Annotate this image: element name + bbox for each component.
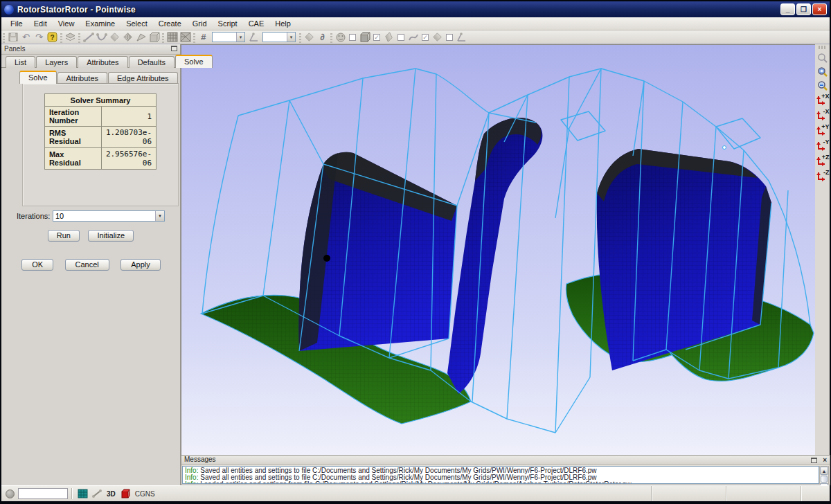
dimension-icon[interactable]: #	[197, 31, 210, 43]
subtab-edge-attributes[interactable]: Edge Attributes	[108, 72, 178, 84]
help-icon[interactable]: ?	[46, 31, 59, 43]
angle-icon[interactable]	[247, 31, 260, 43]
save-icon[interactable]	[6, 31, 19, 43]
solve-initialize-icon[interactable]	[303, 31, 316, 43]
float-messages-icon[interactable]	[811, 458, 817, 463]
hide-connectors-icon[interactable]	[406, 31, 420, 43]
toolbar-grip[interactable]	[819, 46, 827, 49]
hide-database-checkbox[interactable]	[349, 34, 356, 41]
zoom-extents-icon[interactable]	[816, 79, 829, 93]
connector-mode-icon	[92, 489, 102, 498]
dimension-mode-badge: 3D	[107, 490, 116, 498]
close-button[interactable]: ×	[812, 3, 827, 15]
menu-examine[interactable]: Examine	[80, 18, 120, 29]
view-plus-x-button[interactable]: +X	[816, 93, 830, 108]
menu-script[interactable]: Script	[213, 18, 242, 29]
menu-edit[interactable]: Edit	[29, 18, 52, 29]
hide-database-icon[interactable]	[334, 31, 347, 43]
structured-grid-icon[interactable]	[166, 31, 179, 43]
dimension-combo[interactable]: ▾	[212, 32, 245, 42]
create-domain-icon[interactable]	[121, 31, 134, 43]
redo-icon[interactable]: ↷	[33, 31, 46, 43]
hide-domains-icon[interactable]	[382, 31, 395, 43]
view-toolbar: +X -X +Y -Y +Z -Z	[815, 44, 830, 456]
view-plus-z-button[interactable]: +Z	[816, 154, 830, 169]
row-value: 2.956576e-06	[101, 148, 156, 170]
message-log[interactable]: Info: Saved all entities and settings to…	[182, 466, 819, 484]
apply-button[interactable]: Apply	[120, 259, 161, 271]
create-extrude-icon[interactable]	[134, 31, 148, 43]
subtab-solve[interactable]: Solve	[19, 71, 57, 84]
float-panel-icon[interactable]	[171, 46, 177, 51]
tab-layers[interactable]: Layers	[36, 56, 77, 68]
chevron-down-icon[interactable]: ▾	[287, 33, 295, 42]
run-button[interactable]: Run	[48, 230, 80, 242]
hide-connectors-checkbox[interactable]: ✓	[422, 34, 429, 41]
angle-combo[interactable]: ▾	[262, 32, 296, 42]
tab-attributes[interactable]: Attributes	[78, 56, 127, 68]
menu-view[interactable]: View	[53, 18, 80, 29]
messages-title: Messages	[184, 456, 216, 463]
view-minus-z-button[interactable]: -Z	[816, 169, 830, 184]
view-minus-x-button[interactable]: -X	[816, 108, 830, 123]
row-label: RMS Residual	[44, 127, 101, 148]
solve-page: Solver Summary Iteration Number 1 RMS Re…	[22, 83, 179, 206]
solve-subtab-bar: Solve Attributes Edge Attributes	[19, 72, 179, 84]
menu-file[interactable]: File	[6, 18, 28, 29]
rotor-stator-rotor-scene	[181, 45, 816, 455]
window-title: RotorStatorRotor - Pointwise	[17, 5, 136, 15]
solver-summary-title: Solver Summary	[44, 94, 156, 107]
scroll-thumb[interactable]	[821, 476, 828, 483]
hide-points-checkbox[interactable]	[446, 34, 453, 41]
close-messages-icon[interactable]: ×	[823, 456, 827, 464]
row-value: 1.208703e-06	[101, 127, 156, 148]
hide-blocks-icon[interactable]	[358, 31, 371, 43]
menu-cae[interactable]: CAE	[244, 18, 269, 29]
messages-scrollbar[interactable]: ▲ ▼	[819, 466, 829, 484]
undo-icon[interactable]: ↶	[19, 31, 33, 43]
unstructured-grid-icon[interactable]	[179, 31, 192, 43]
iterations-value: 10	[55, 212, 64, 220]
menu-select[interactable]: Select	[121, 18, 152, 29]
create-curve-icon[interactable]	[95, 31, 108, 43]
status-cell	[726, 486, 801, 501]
selected-point	[723, 146, 726, 150]
row-label: Iteration Number	[44, 107, 101, 127]
initialize-button[interactable]: Initialize	[88, 230, 134, 242]
tab-solve[interactable]: Solve	[175, 55, 213, 68]
tab-defaults[interactable]: Defaults	[129, 56, 175, 68]
hide-domains-checkbox[interactable]	[397, 34, 404, 41]
hide-blocks-checkbox[interactable]: ✓	[373, 34, 380, 41]
minimize-button[interactable]: _	[780, 3, 795, 15]
partial-derivative-icon[interactable]: ∂	[316, 31, 329, 43]
hide-spacings-icon[interactable]	[431, 31, 444, 43]
menu-create[interactable]: Create	[154, 18, 186, 29]
menu-help[interactable]: Help	[270, 18, 296, 29]
zoom-window-icon[interactable]	[816, 65, 829, 79]
create-segment-icon[interactable]	[82, 31, 95, 43]
subtab-attributes[interactable]: Attributes	[57, 72, 107, 84]
tab-list[interactable]: List	[6, 56, 35, 68]
panels-header: Panels	[1, 44, 180, 55]
svg-text:?: ?	[50, 34, 54, 42]
status-cell	[651, 486, 726, 501]
restore-button[interactable]: ❐	[796, 3, 811, 15]
create-surface-icon[interactable]	[108, 31, 121, 43]
iterations-input[interactable]: 10 ▾	[53, 210, 165, 222]
chevron-down-icon[interactable]: ▾	[236, 33, 244, 42]
layers-icon[interactable]	[64, 31, 77, 43]
hide-points-icon[interactable]	[455, 31, 468, 43]
ok-button[interactable]: OK	[21, 259, 53, 271]
spinner-icon[interactable]: ▾	[155, 211, 164, 221]
scroll-up-icon[interactable]: ▲	[820, 467, 828, 475]
create-block-icon[interactable]	[148, 31, 161, 43]
cancel-button[interactable]: Cancel	[65, 259, 109, 271]
menu-grid[interactable]: Grid	[188, 18, 212, 29]
display-viewport[interactable]	[181, 44, 816, 456]
view-minus-y-button[interactable]: -Y	[816, 138, 830, 154]
zoom-icon[interactable]	[816, 51, 829, 65]
view-plus-y-button[interactable]: +Y	[816, 123, 830, 138]
cae-solver-icon	[120, 489, 130, 498]
status-input[interactable]	[18, 488, 68, 499]
log-line: Info: Loaded entities and settings from …	[185, 481, 816, 484]
